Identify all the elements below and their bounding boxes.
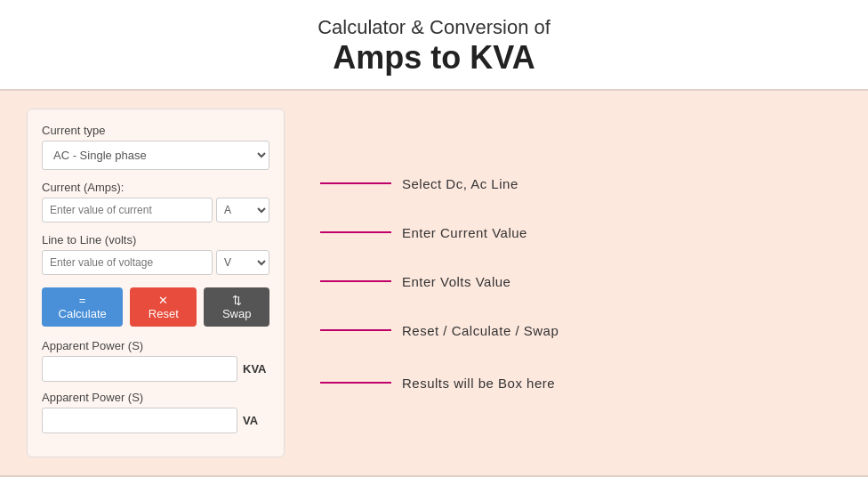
- page-header: Calculator & Conversion of Amps to KVA: [0, 0, 868, 91]
- result-kva-group: Apparent Power (S) KVA: [42, 339, 269, 382]
- current-amps-label: Current (Amps):: [42, 181, 269, 194]
- main-content: Current type AC - Single phase AC - Thre…: [0, 91, 868, 475]
- voltage-unit-select[interactable]: V kV mV: [216, 250, 269, 275]
- annotation-line-5: [320, 382, 391, 384]
- page-subtitle: Calculator & Conversion of: [9, 16, 859, 39]
- annotation-3: Enter Volts Value: [320, 274, 841, 289]
- current-type-select[interactable]: AC - Single phase AC - Three phase DC: [42, 141, 269, 170]
- annotation-text-4: Reset / Calculate / Swap: [402, 323, 559, 338]
- annotation-line-1: [320, 182, 391, 184]
- result-va-label: Apparent Power (S): [42, 391, 269, 404]
- annotation-2: Enter Current Value: [320, 225, 841, 240]
- result-va-input: [42, 408, 237, 433]
- result-va-unit: VA: [243, 414, 269, 427]
- annotation-text-2: Enter Current Value: [402, 225, 527, 240]
- voltage-row: V kV mV: [42, 250, 269, 275]
- voltage-label: Line to Line (volts): [42, 233, 269, 247]
- annotation-1: Select Dc, Ac Line: [320, 176, 841, 191]
- current-amps-row: A mA: [42, 198, 269, 222]
- calculator-card: Current type AC - Single phase AC - Thre…: [27, 109, 285, 457]
- current-type-group: Current type AC - Single phase AC - Thre…: [42, 124, 269, 170]
- result-kva-unit: KVA: [243, 362, 269, 376]
- annotation-5: Results will be Box here: [320, 376, 841, 391]
- result-va-group: Apparent Power (S) VA: [42, 391, 269, 433]
- annotation-text-5: Results will be Box here: [402, 376, 555, 391]
- annotation-text-3: Enter Volts Value: [402, 274, 510, 289]
- result-kva-input: [42, 356, 237, 382]
- page-title: Amps to KVA: [9, 39, 859, 77]
- reset-button[interactable]: ✕ Reset: [130, 287, 197, 327]
- result-va-row: VA: [42, 408, 269, 433]
- swap-button[interactable]: ⇅ Swap: [204, 287, 269, 327]
- current-amps-input[interactable]: [42, 198, 213, 222]
- calculate-button[interactable]: = Calculate: [42, 287, 123, 327]
- annotation-line-3: [320, 280, 391, 282]
- voltage-group: Line to Line (volts) V kV mV: [42, 233, 269, 275]
- result-kva-row: KVA: [42, 356, 269, 382]
- button-row: = Calculate ✕ Reset ⇅ Swap: [42, 287, 269, 327]
- annotation-4: Reset / Calculate / Swap: [320, 323, 841, 338]
- annotation-line-2: [320, 231, 391, 233]
- annotation-text-1: Select Dc, Ac Line: [402, 176, 518, 191]
- current-amps-group: Current (Amps): A mA: [42, 181, 269, 222]
- current-type-label: Current type: [42, 124, 269, 137]
- current-unit-select[interactable]: A mA: [216, 198, 269, 222]
- result-kva-label: Apparent Power (S): [42, 339, 269, 352]
- annotation-line-4: [320, 329, 391, 331]
- annotations-panel: Select Dc, Ac Line Enter Current Value E…: [285, 176, 841, 391]
- voltage-input[interactable]: [42, 250, 213, 275]
